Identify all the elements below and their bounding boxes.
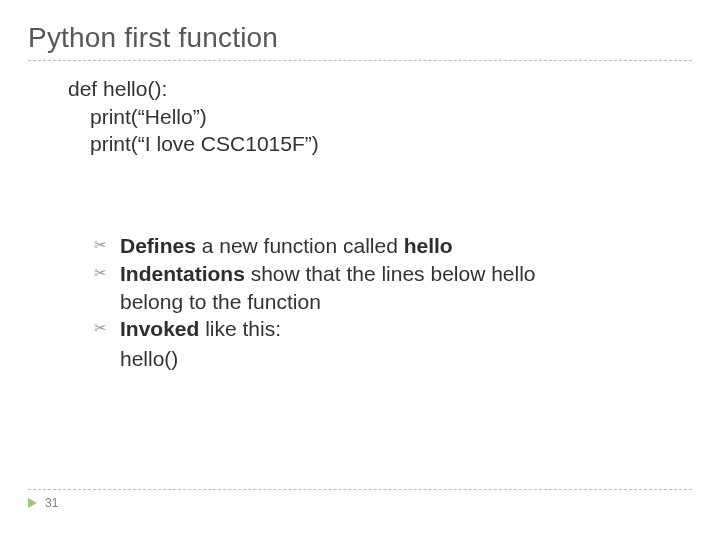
bold-invoked: Invoked [120,317,199,340]
page-number: 31 [45,496,58,510]
code-line-1: def hello(): [68,75,692,103]
bullet-item-3: ✂ Invoked like this: [94,315,692,343]
bullet-text-3: Invoked like this: [120,315,692,343]
code-line-2: print(“Hello”) [68,103,692,131]
bullet-item-1: ✂ Defines a new function called hello [94,232,692,260]
bullet-item-2-cont: belong to the function [120,288,692,316]
slide-footer: 31 [0,489,720,510]
text-span: like this: [199,317,281,340]
bullet-item-2: ✂ Indentations show that the lines below… [94,260,692,288]
slide-title: Python first function [28,22,692,54]
text-span: show that the lines below hello [245,262,536,285]
bullet-list: ✂ Defines a new function called hello ✂ … [94,232,692,373]
bold-defines: Defines [120,234,196,257]
bullet-text-2-cont: belong to the function [120,288,692,316]
footer-divider [28,489,692,490]
code-line-3: print(“I love CSC1015F”) [68,130,692,158]
title-divider [28,60,692,61]
code-block: def hello(): print(“Hello”) print(“I lov… [68,75,692,158]
bold-indentations: Indentations [120,262,245,285]
page-arrow-icon [28,498,37,508]
invoke-call-line: hello() [120,345,692,373]
bullet-marker-icon: ✂ [94,232,110,258]
text-span: a new function called [196,234,404,257]
bullet-text-1: Defines a new function called hello [120,232,692,260]
bold-hello: hello [404,234,453,257]
bullet-marker-icon: ✂ [94,315,110,341]
slide: Python first function def hello(): print… [0,0,720,540]
bullet-text-2: Indentations show that the lines below h… [120,260,692,288]
bullet-marker-icon: ✂ [94,260,110,286]
page-number-wrap: 31 [28,496,720,510]
